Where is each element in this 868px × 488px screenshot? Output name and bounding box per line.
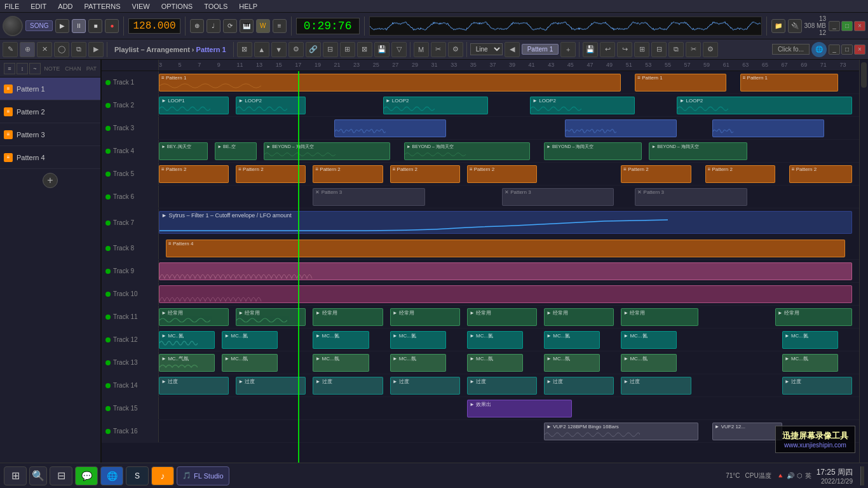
clip-gd-8[interactable]: ► 过度 bbox=[782, 377, 852, 395]
clip-gd-7[interactable]: ► 过度 bbox=[621, 377, 691, 395]
clip-gd-1[interactable]: ► 过度 bbox=[159, 377, 229, 395]
pattern-tool-1[interactable]: ≡ bbox=[4, 63, 15, 74]
line-select[interactable]: Line Bar Beat bbox=[470, 43, 503, 55]
clip-mc1-8[interactable]: ► MC...氮 bbox=[782, 331, 838, 349]
playlist-maximize[interactable]: □ bbox=[841, 44, 853, 55]
channel-rack-button[interactable]: W bbox=[256, 19, 270, 33]
tool-select[interactable]: ⊕ bbox=[20, 42, 35, 57]
clip-t3-1[interactable] bbox=[334, 119, 446, 137]
clip-jcy-1[interactable]: ► 经常用 bbox=[159, 308, 229, 326]
bpm-display[interactable]: 128.000 bbox=[128, 18, 180, 34]
play-button[interactable]: ▶ bbox=[55, 19, 69, 33]
menu-edit[interactable]: EDIT bbox=[29, 3, 48, 10]
pattern-tool-2[interactable]: ↕ bbox=[17, 63, 28, 74]
taskbar-wechat[interactable]: 💬 bbox=[75, 466, 98, 485]
add-pattern-button[interactable]: + bbox=[43, 173, 58, 188]
clip-mc1-3[interactable]: ► MC...氮 bbox=[313, 331, 369, 349]
clip-p3-3[interactable]: ✕ Pattern 3 bbox=[635, 188, 747, 206]
clip-gd-4[interactable]: ► 过度 bbox=[390, 377, 460, 395]
clip-bey-2[interactable]: ► BE..空 bbox=[215, 142, 257, 160]
track-content-7[interactable]: ► Sytrus – Filter 1 – Cutoff envelope / … bbox=[159, 208, 859, 237]
track-content-2[interactable]: ► LOOP1 ► LOOP2 ► LOOP2 ► LOOP2 bbox=[159, 94, 859, 116]
tool-draw[interactable]: ✎ bbox=[3, 42, 18, 57]
pattern-item-3[interactable]: ≡ Pattern 3 bbox=[0, 123, 100, 146]
playlist-split[interactable]: ⊟ bbox=[323, 42, 338, 57]
search-button[interactable]: 🔍 bbox=[29, 466, 47, 485]
clip-mc2-4[interactable]: ► MC...氛 bbox=[390, 354, 446, 372]
clip-mc2-3[interactable]: ► MC...氛 bbox=[313, 354, 369, 372]
clip-jcy-2[interactable]: ► 经常用 bbox=[236, 308, 306, 326]
tray-speaker-icon[interactable]: 🔊 bbox=[787, 472, 794, 479]
pattern-item-2[interactable]: ≡ Pattern 2 bbox=[0, 100, 100, 123]
click-info-btn[interactable]: Click fo... bbox=[772, 44, 810, 55]
track-content-12[interactable]: ► MC..氮 ► MC...氮 ► MC...氮 ► MC...氮 ► MC.… bbox=[159, 329, 859, 351]
clip-jcy-6[interactable]: ► 经常用 bbox=[544, 308, 614, 326]
clip-p3-1[interactable]: ✕ Pattern 3 bbox=[313, 188, 424, 206]
clip-jcy-7[interactable]: ► 经常用 bbox=[621, 308, 698, 326]
clip-mc1-1[interactable]: ► MC..氮 bbox=[159, 331, 215, 349]
clip-gd-6[interactable]: ► 过度 bbox=[544, 377, 614, 395]
tb-undo[interactable]: ↩ bbox=[600, 42, 615, 57]
track-content-3[interactable] bbox=[159, 117, 859, 139]
stop-button[interactable]: ■ bbox=[88, 19, 102, 33]
track-label-2[interactable]: Track 2 bbox=[102, 94, 159, 116]
taskbar-flstudio-active[interactable]: 🎵 FL Studio bbox=[177, 466, 229, 485]
loop-button[interactable]: ⟳ bbox=[223, 19, 237, 33]
clip-xgc[interactable]: ► 效果出 bbox=[467, 400, 572, 417]
start-button[interactable]: ⊞ bbox=[4, 466, 27, 485]
globe-icon[interactable]: 🌐 bbox=[811, 42, 827, 57]
clip-automation[interactable]: ► Sytrus – Filter 1 – Cutoff envelope / … bbox=[159, 211, 852, 234]
clip-mc2-2[interactable]: ► MC...氛 bbox=[222, 354, 278, 372]
clip-p2-5[interactable]: ≡ Pattern 2 bbox=[467, 165, 537, 183]
tb-snap[interactable]: ⊞ bbox=[634, 42, 649, 57]
clip-t3-3[interactable] bbox=[712, 119, 824, 137]
track-content-6[interactable]: ✕ Pattern 3 ✕ Pattern 3 ✕ Pattern 3 bbox=[159, 186, 859, 208]
taskbar-flstudio[interactable]: ♪ bbox=[151, 466, 174, 485]
tool-playback[interactable]: ▶ bbox=[88, 42, 104, 57]
clip-gd-5[interactable]: ► 过度 bbox=[467, 377, 537, 395]
clip-bey-1[interactable]: ► BEY..闽天空 bbox=[159, 142, 208, 160]
tool-mute[interactable]: ◯ bbox=[54, 42, 69, 57]
close-button[interactable]: × bbox=[854, 21, 865, 31]
add-pattern[interactable]: + bbox=[560, 42, 576, 57]
clip-t9-full[interactable] bbox=[159, 262, 852, 280]
clip-p2-7[interactable]: ≡ Pattern 2 bbox=[705, 165, 775, 183]
taskbar-steam[interactable]: S bbox=[126, 466, 149, 485]
clip-t10-full[interactable] bbox=[159, 285, 852, 303]
track-content-11[interactable]: ► 经常用 ► 经常用 ► 经常用 ► 经常用 ► 经常用 bbox=[159, 306, 859, 328]
clip-gd-3[interactable]: ► 过度 bbox=[313, 377, 383, 395]
tool-zoom[interactable]: ⧉ bbox=[71, 42, 86, 57]
menu-file[interactable]: FILE bbox=[3, 3, 21, 10]
track-content-14[interactable]: ► 过度 ► 过度 ► 过度 ► 过度 ► 过度 ► 过度 bbox=[159, 374, 859, 396]
track-content-1[interactable]: ≡ Pattern 1 ≡ Pattern 1 ≡ Pattern 1 bbox=[159, 71, 859, 93]
pattern-tool-3[interactable]: ~ bbox=[29, 63, 41, 74]
menu-add[interactable]: ADD bbox=[56, 3, 74, 10]
playlist-settings[interactable]: ⚙ bbox=[448, 42, 463, 57]
clip-vuf-1[interactable]: ► VUF2 128BPM Bingo 16Bars bbox=[544, 423, 698, 440]
clip-gd-2[interactable]: ► 过度 bbox=[236, 377, 306, 395]
clip-p1-1[interactable]: ≡ Pattern 1 bbox=[159, 74, 621, 92]
clip-p4[interactable]: ≡ Pattern 4 bbox=[166, 240, 845, 257]
active-pattern-pill[interactable]: Pattern 1 bbox=[522, 44, 559, 55]
clip-mc1-4[interactable]: ► MC...氮 bbox=[390, 331, 446, 349]
clip-p2-8[interactable]: ≡ Pattern 2 bbox=[789, 165, 852, 183]
clip-loop2-4[interactable]: ► LOOP2 bbox=[677, 97, 852, 114]
pattern-item-4[interactable]: ≡ Pattern 4 bbox=[0, 146, 100, 169]
clip-jcy-3[interactable]: ► 经常用 bbox=[313, 308, 383, 326]
clip-mc2-1[interactable]: ► MC..气氛 bbox=[159, 354, 215, 372]
snap-button[interactable]: ⊕ bbox=[190, 19, 204, 33]
clip-p3-2[interactable]: ✕ Pattern 3 bbox=[502, 188, 614, 206]
clip-mc2-6[interactable]: ► MC...氛 bbox=[544, 354, 600, 372]
clip-p2-2[interactable]: ≡ Pattern 2 bbox=[236, 165, 306, 183]
playlist-link[interactable]: 🔗 bbox=[306, 42, 321, 57]
menu-view[interactable]: VIEW bbox=[130, 3, 152, 10]
track-label-6[interactable]: Track 6 bbox=[102, 186, 159, 208]
clip-vuf-2[interactable]: ► VUF2 12... bbox=[712, 423, 782, 440]
clip-mc1-6[interactable]: ► MC...氮 bbox=[544, 331, 600, 349]
taskbar-browser[interactable]: 🌐 bbox=[100, 466, 123, 485]
track-content-8[interactable]: ≡ Pattern 4 bbox=[159, 237, 859, 259]
playlist-grid[interactable]: ⊞ bbox=[340, 42, 355, 57]
playlist-close-btn[interactable]: × bbox=[854, 44, 865, 55]
clip-mc1-7[interactable]: ► MC...氮 bbox=[621, 331, 677, 349]
track-content-9[interactable] bbox=[159, 260, 859, 282]
